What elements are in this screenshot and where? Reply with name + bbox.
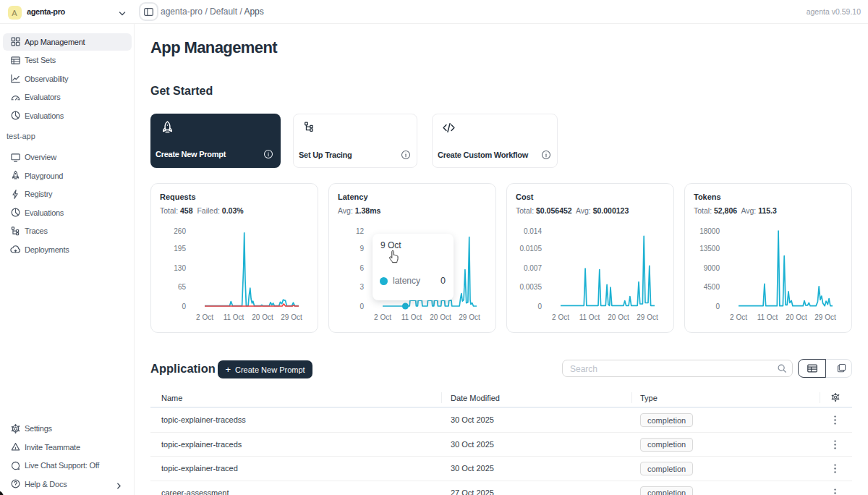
svg-text:65: 65 — [178, 283, 187, 291]
svg-text:6: 6 — [359, 264, 364, 272]
svg-text:9: 9 — [359, 245, 364, 253]
svg-text:20 Oct: 20 Oct — [430, 313, 451, 321]
svg-text:2 Oct: 2 Oct — [730, 313, 747, 321]
svg-text:29 Oct: 29 Oct — [281, 313, 302, 321]
svg-text:9000: 9000 — [704, 264, 720, 272]
svg-text:29 Oct: 29 Oct — [814, 313, 836, 321]
svg-text:0.014: 0.014 — [524, 227, 542, 235]
svg-text:195: 195 — [174, 245, 186, 253]
svg-text:29 Oct: 29 Oct — [459, 313, 480, 321]
svg-text:0: 0 — [182, 302, 186, 310]
svg-text:20 Oct: 20 Oct — [786, 313, 807, 321]
svg-text:29 Oct: 29 Oct — [637, 313, 658, 321]
svg-text:260: 260 — [174, 227, 186, 235]
svg-text:12: 12 — [356, 227, 365, 235]
svg-text:2 Oct: 2 Oct — [552, 313, 569, 321]
svg-text:11 Oct: 11 Oct — [757, 313, 778, 321]
svg-text:0.007: 0.007 — [524, 264, 542, 272]
svg-text:130: 130 — [174, 264, 186, 272]
svg-text:20 Oct: 20 Oct — [252, 313, 273, 321]
svg-text:4500: 4500 — [704, 283, 720, 291]
svg-text:0: 0 — [537, 302, 542, 310]
svg-text:11 Oct: 11 Oct — [401, 313, 422, 321]
svg-text:0: 0 — [359, 302, 364, 310]
svg-text:0: 0 — [715, 302, 720, 310]
svg-text:13500: 13500 — [699, 245, 720, 253]
svg-text:11 Oct: 11 Oct — [579, 313, 600, 321]
svg-text:3: 3 — [359, 283, 364, 291]
svg-text:0.0035: 0.0035 — [519, 283, 542, 291]
svg-text:2 Oct: 2 Oct — [374, 313, 391, 321]
svg-text:0.0105: 0.0105 — [519, 245, 542, 253]
svg-text:20 Oct: 20 Oct — [608, 313, 629, 321]
svg-text:18000: 18000 — [699, 227, 720, 235]
svg-text:11 Oct: 11 Oct — [224, 313, 244, 321]
svg-text:2 Oct: 2 Oct — [196, 313, 213, 321]
